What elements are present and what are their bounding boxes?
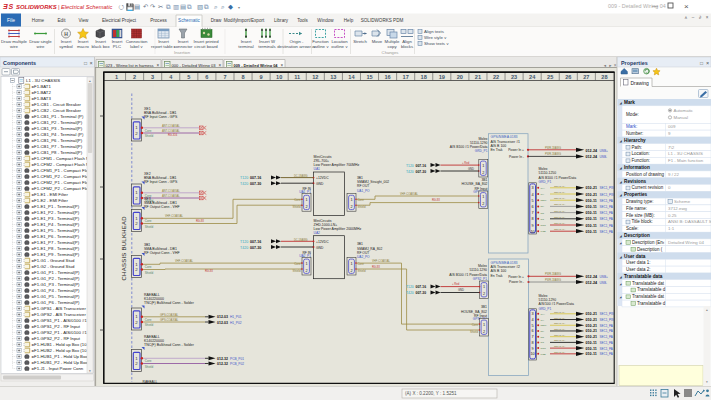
svg-text:=F1-G1_P3 - Terminal(P): =F1-G1_P3 - Terminal(P) <box>32 282 81 287</box>
svg-text:ANT-COAXIAL: ANT-COAXIAL <box>162 194 180 198</box>
svg-text:21: 21 <box>475 74 481 80</box>
svg-text:PCB_P01: PCB_P01 <box>230 357 244 361</box>
svg-text:012-32: 012-32 <box>217 362 228 366</box>
svg-text:F1 - Main function: F1 - Main function <box>668 158 704 163</box>
svg-text:SEC-DATA: SEC-DATA <box>554 203 566 205</box>
svg-text:USB+: USB+ <box>600 275 609 279</box>
svg-text:2: 2 <box>305 269 307 273</box>
svg-text:UA2_PO: UA2_PO <box>357 255 370 259</box>
svg-text:010-11: 010-11 <box>586 205 597 209</box>
svg-text:009: 009 <box>668 124 676 129</box>
svg-text:=F1-HUB1 - Hold up Box (10: =F1-HUB1 - Hold up Box (10 <box>32 342 88 347</box>
svg-text:(A) X : 0.2200, Y : 1.5251: (A) X : 0.2200, Y : 1.5251 <box>405 391 457 396</box>
svg-text:NC: NC <box>541 336 545 339</box>
svg-text:010-11: 010-11 <box>586 352 597 356</box>
svg-text:SEC1_PA: SEC1_PA <box>600 324 613 328</box>
svg-text:↷: ↷ <box>150 3 156 10</box>
svg-text:RF Input Conn - GPS: RF Input Conn - GPS <box>144 180 178 184</box>
svg-text:RG-8X: RG-8X <box>432 198 440 202</box>
svg-text:Title block:: Title block: <box>632 219 653 224</box>
svg-text:010-11: 010-11 <box>586 341 597 345</box>
svg-text:+ Red: + Red <box>462 161 470 165</box>
svg-text:H1_P02: H1_P02 <box>230 321 242 325</box>
svg-text:◢: ◢ <box>620 283 622 286</box>
svg-text:=F1-CFM1_P2 - Compact Fla: =F1-CFM1_P2 - Compact Fla <box>32 174 89 179</box>
svg-text:∧: ∧ <box>684 15 687 20</box>
svg-text:1: 1 <box>115 74 118 80</box>
svg-text:26: 26 <box>565 74 571 80</box>
svg-text:Scheme: Scheme <box>674 199 691 204</box>
svg-text:black box: black box <box>91 44 110 49</box>
svg-text:×: × <box>90 60 93 66</box>
svg-text:3: 3 <box>151 74 154 80</box>
svg-text:Insertion: Insertion <box>174 50 191 55</box>
svg-text:Translatable data: Translatable data <box>624 274 663 279</box>
svg-text:Shield: Shield <box>470 330 478 334</box>
svg-text:RCC: RCC <box>541 347 547 350</box>
svg-text:=F1-GPS1_P2 - RF Input: =F1-GPS1_P2 - RF Input <box>32 324 81 329</box>
svg-text:3712.ewg: 3712.ewg <box>668 206 688 211</box>
svg-text:ANT-COAXIAL: ANT-COAXIAL <box>162 124 180 128</box>
svg-text:SEC1_PA: SEC1_PA <box>600 347 613 351</box>
svg-text:007-16: 007-16 <box>416 164 427 168</box>
svg-text:+ Red: + Red <box>452 282 460 286</box>
svg-text:SEC1_PW: SEC1_PW <box>600 312 615 316</box>
svg-text:=F1-BAT3: =F1-BAT3 <box>32 96 52 101</box>
svg-text:SOLIDWORKS PDM: SOLIDWORKS PDM <box>361 18 404 23</box>
svg-text:Power In -: Power In - <box>509 155 524 159</box>
svg-text:010-11: 010-11 <box>586 230 597 234</box>
svg-text:SEC1_PW: SEC1_PW <box>600 186 615 190</box>
svg-text:1: 1 <box>305 198 307 202</box>
svg-text:Import/Export: Import/Export <box>237 18 265 23</box>
svg-text:CHASSIS BULKHEAD: CHASSIS BULKHEAD <box>121 216 127 281</box>
svg-text:8: 8 <box>241 74 244 80</box>
svg-text:=F1-GPS2_P1 - AIS/0100 #1: =F1-GPS2_P1 - AIS/0100 #1 <box>32 330 88 335</box>
svg-text:9: 9 <box>532 347 534 351</box>
svg-text:✂: ✂ <box>158 3 164 10</box>
svg-text:⌕: ⌕ <box>214 3 218 10</box>
svg-text:wire: wire <box>37 44 45 49</box>
svg-text:Core: Core <box>145 318 152 322</box>
svg-text:SEC1_PA: SEC1_PA <box>600 352 613 356</box>
svg-text:◢: ◢ <box>620 296 622 299</box>
svg-text:Core: Core <box>294 198 301 202</box>
svg-text:Revisions: Revisions <box>624 179 647 184</box>
svg-text:SEC1_PA: SEC1_PA <box>600 335 613 339</box>
svg-text:blocks: blocks <box>401 44 413 49</box>
svg-text:010-11: 010-11 <box>586 217 597 221</box>
svg-text:=F1-CB1_P6 - Terminal(P): =F1-CB1_P6 - Terminal(P) <box>32 138 83 143</box>
svg-text:=F1-G2 - Ground Stud: =F1-G2 - Ground Stud <box>32 264 75 269</box>
svg-text:wire: wire <box>10 44 18 49</box>
svg-text:010-11: 010-11 <box>586 211 597 215</box>
svg-text:=F1-G1_P2 - Terminal(P): =F1-G1_P2 - Terminal(P) <box>32 276 81 281</box>
svg-text:L1 - 3U CHASSIS: L1 - 3U CHASSIS <box>26 78 60 83</box>
svg-text:Core: Core <box>472 323 479 327</box>
svg-text:Drawing type:: Drawing type: <box>626 199 654 204</box>
svg-text:Process: Process <box>150 18 167 23</box>
svg-text:USB-: USB- <box>600 281 608 285</box>
svg-text:Low Power Amplifier 2000MHz: Low Power Amplifier 2000MHz <box>314 227 362 231</box>
svg-text:NC: NC <box>541 212 545 215</box>
svg-text:=F1-HUB2 - Hold up Box (10: =F1-HUB2 - Hold up Box (10 <box>32 348 88 353</box>
svg-text:Information: Information <box>624 165 650 170</box>
svg-text:24: 24 <box>529 74 536 80</box>
svg-text:2: 2 <box>350 269 352 273</box>
svg-text:◆: ◆ <box>228 3 233 10</box>
svg-text:ANT-COAXIAL: ANT-COAXIAL <box>162 129 180 133</box>
svg-text:Translatable dat: Translatable dat <box>632 294 665 299</box>
svg-text:VHF-COAXIAL: VHF-COAXIAL <box>175 259 193 263</box>
svg-text:T120: T120 <box>240 240 248 244</box>
svg-text:012-24: 012-24 <box>586 149 598 153</box>
svg-text:Core: Core <box>145 129 152 133</box>
svg-text:Properties: Properties <box>624 192 648 197</box>
svg-text:Ǝ: Ǝ <box>3 3 8 10</box>
svg-text:Number:: Number: <box>626 131 643 136</box>
svg-text:Schematic: Schematic <box>178 18 201 23</box>
svg-text:VHF-COAXIAL: VHF-COAXIAL <box>372 259 390 263</box>
svg-text:007-30: 007-30 <box>250 246 261 250</box>
svg-text:SC: SC <box>541 341 545 344</box>
svg-text:=F1-E2 - EMI Filter: =F1-E2 - EMI Filter <box>32 198 69 203</box>
svg-text:SEC1_PA: SEC1_PA <box>600 329 613 333</box>
svg-text:T420: T420 <box>240 182 248 186</box>
svg-text:SEC-DATA: SEC-DATA <box>554 345 566 347</box>
